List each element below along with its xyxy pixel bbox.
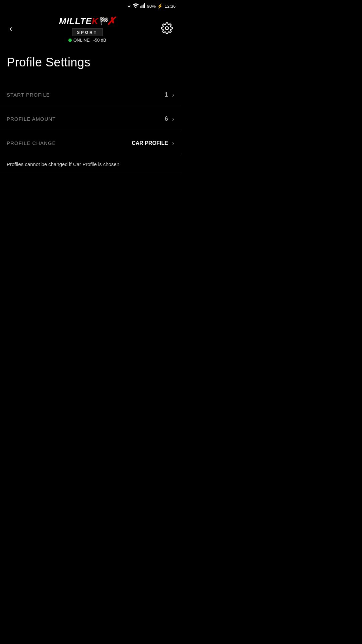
svg-point-0 [135,7,137,8]
logo-x-icon: ✗ [107,15,116,28]
svg-rect-2 [142,5,143,8]
profile-amount-value: 6 [165,115,168,122]
online-label: ONLINE [73,38,89,43]
profile-amount-chevron: › [172,115,174,123]
online-indicator [68,39,72,42]
warning-message: Profiles cannot be changed if Car Profil… [0,155,181,174]
logo-sport-label: SPORT [77,30,98,35]
logo-text: MILLTЕ [59,16,92,26]
start-profile-item[interactable]: START PROFILE 1 › [0,83,181,107]
svg-rect-1 [140,6,141,8]
online-status-row: ONLINE -50 dB [68,38,106,43]
profile-amount-item[interactable]: PROFILE AMOUNT 6 › [0,107,181,131]
logo-k: K [92,16,99,26]
svg-rect-4 [144,3,145,8]
start-profile-chevron: › [172,91,174,99]
start-profile-value: 1 [165,91,168,98]
profile-change-item[interactable]: PROFILE CHANGE CAR PROFILE › [0,131,181,155]
wifi-icon [133,3,139,9]
status-bar: ∗ 90% ⚡ 12:36 [0,0,181,12]
status-icons: ∗ 90% ⚡ 12:36 [127,3,176,9]
start-profile-label: START PROFILE [7,92,50,98]
signal-icon [140,3,145,9]
logo-sport-badge: SPORT [72,28,103,36]
profile-amount-label: PROFILE AMOUNT [7,116,56,122]
battery-percentage: 90% [147,4,156,9]
time-display: 12:36 [165,4,176,9]
settings-button[interactable] [160,21,174,37]
charging-icon: ⚡ [157,3,163,9]
logo-container: MILLTЕK 🏁 ✗ SPORT ONLINE -50 dB [59,15,116,43]
start-profile-right: 1 › [165,91,174,99]
back-button[interactable]: ‹ [7,22,15,35]
profile-change-right: CAR PROFILE › [132,139,174,147]
bluetooth-icon: ∗ [127,3,131,9]
profile-amount-right: 6 › [165,115,174,123]
svg-point-5 [166,26,169,30]
profile-change-value: CAR PROFILE [132,140,168,146]
profile-change-chevron: › [172,139,174,147]
svg-rect-3 [143,4,144,8]
db-label: -50 dB [93,38,106,43]
header: ‹ MILLTЕK 🏁 ✗ SPORT ONLINE -50 dB [0,12,181,45]
page-title: Profile Settings [0,45,181,76]
profile-change-label: PROFILE CHANGE [7,140,56,146]
settings-list: START PROFILE 1 › PROFILE AMOUNT 6 › PRO… [0,83,181,174]
gear-icon [161,22,173,34]
